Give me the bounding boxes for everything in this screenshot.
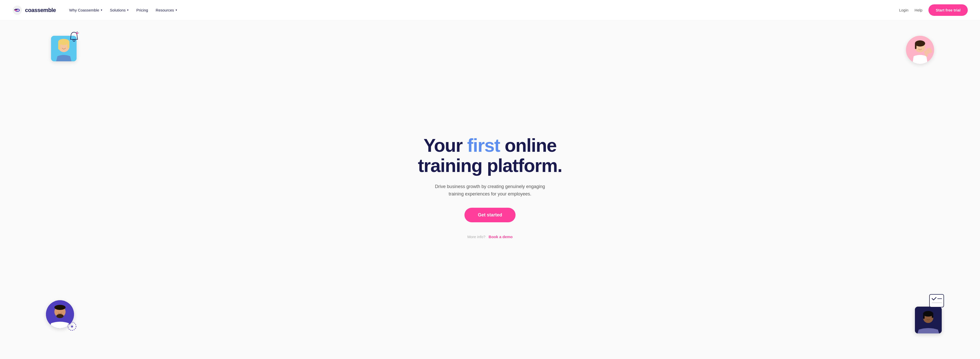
more-info-text: More info? Book a demo — [467, 235, 513, 239]
more-info-label: More info? — [467, 235, 485, 239]
person-illustration-top-right — [906, 36, 934, 64]
hero-title: Your first online training platform. — [418, 136, 562, 176]
hero-subtitle: Drive business growth by creating genuin… — [431, 183, 549, 198]
svg-rect-33 — [932, 314, 933, 318]
svg-text:★: ★ — [70, 324, 74, 329]
svg-point-9 — [76, 32, 78, 34]
logo-icon — [12, 5, 22, 15]
bell-icon-decoration — [69, 31, 79, 44]
avatar-bottom-right — [915, 306, 942, 333]
avatar-top-left — [51, 36, 76, 61]
nav-item-resources[interactable]: Resources ▾ — [153, 6, 180, 14]
hero-title-line2: training platform. — [418, 155, 562, 176]
login-link[interactable]: Login — [899, 8, 908, 12]
svg-rect-6 — [58, 42, 60, 49]
hero-title-highlight: first — [467, 135, 500, 156]
book-demo-link[interactable]: Book a demo — [489, 235, 513, 239]
svg-rect-15 — [915, 43, 916, 49]
star-icon-decoration: ★ — [67, 322, 76, 332]
svg-rect-26 — [929, 294, 944, 307]
chevron-down-icon: ▾ — [101, 8, 102, 12]
svg-point-8 — [73, 39, 75, 41]
svg-rect-32 — [923, 314, 924, 319]
avatar-top-right — [906, 36, 934, 64]
chevron-down-icon: ▾ — [176, 8, 177, 12]
nav-item-pricing[interactable]: Pricing — [133, 6, 151, 14]
nav-label-why-coassemble: Why Coassemble — [69, 8, 99, 12]
chevron-down-icon: ▾ — [127, 8, 129, 12]
svg-line-11 — [78, 33, 79, 33]
navbar-right: Login Help Start free trial — [899, 4, 968, 16]
navbar: coassemble Why Coassemble ▾ Solutions ▾ … — [0, 0, 980, 21]
nav-item-solutions[interactable]: Solutions ▾ — [107, 6, 132, 14]
svg-point-22 — [56, 314, 64, 318]
nav-item-why-coassemble[interactable]: Why Coassemble ▾ — [66, 6, 105, 14]
hero-title-part2: online — [500, 135, 557, 156]
start-trial-button[interactable]: Start free trial — [928, 4, 968, 16]
checklist-decoration — [929, 294, 947, 311]
hero-title-part1: Your — [423, 135, 467, 156]
nav-label-resources: Resources — [156, 8, 174, 12]
nav-label-solutions: Solutions — [110, 8, 126, 12]
get-started-button[interactable]: Get started — [465, 208, 515, 222]
hero-section: ★ — [0, 21, 980, 359]
avatar-bottom-left: ★ — [46, 300, 74, 328]
svg-line-10 — [76, 32, 78, 32]
help-link[interactable]: Help — [915, 8, 923, 12]
nav-links: Why Coassemble ▾ Solutions ▾ Pricing Res… — [66, 6, 180, 14]
logo[interactable]: coassemble — [12, 5, 56, 15]
svg-point-23 — [54, 305, 65, 310]
hero-content: Your first online training platform. Dri… — [418, 136, 562, 239]
navbar-left: coassemble Why Coassemble ▾ Solutions ▾ … — [12, 5, 180, 15]
brand-name: coassemble — [25, 7, 56, 14]
